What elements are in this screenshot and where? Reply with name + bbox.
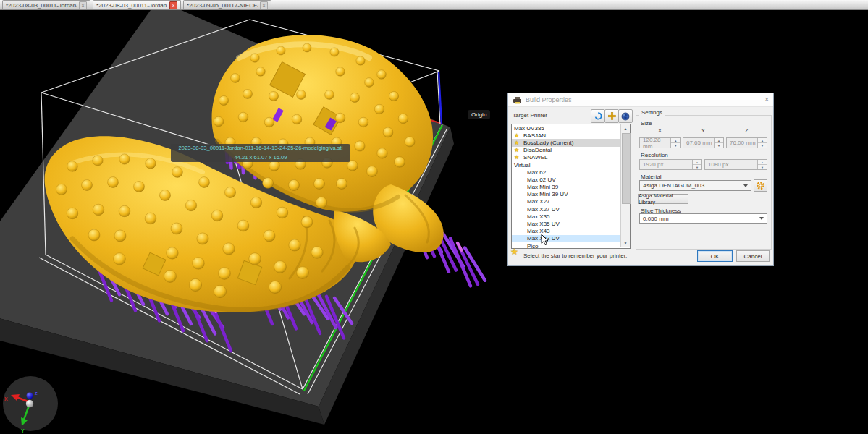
model-bump <box>231 74 240 83</box>
model-bump <box>383 127 393 137</box>
printer-list-item[interactable]: Max X27 UV <box>512 205 630 213</box>
model-bump <box>377 70 387 80</box>
model-bump <box>367 166 378 177</box>
printer-list-item[interactable]: Max X35 UV <box>512 220 630 227</box>
printer-list-item[interactable]: Max X35 <box>512 213 630 220</box>
model-bump <box>189 278 201 291</box>
model-bump <box>185 200 196 210</box>
printer-hint-text: Select the star to remember your printer… <box>523 252 627 259</box>
size-label: Size <box>641 120 652 127</box>
dialog-close-icon[interactable]: × <box>764 96 769 103</box>
printer-list-item[interactable]: Max Mini 39 UV <box>512 191 630 198</box>
scroll-down-icon[interactable]: ▼ <box>621 239 630 247</box>
printer-list-item[interactable]: Max X43 <box>512 228 630 235</box>
printer-list-item[interactable]: Max X43 UV <box>512 235 630 242</box>
model-bump <box>224 187 235 197</box>
printer-list-item[interactable]: Max Mini 39 <box>512 184 630 191</box>
model-bump <box>292 114 302 124</box>
model-bump <box>347 161 358 171</box>
printer-list-item[interactable]: Max X27 <box>512 198 630 205</box>
spin-down-icon: ▼ <box>758 142 767 148</box>
material-library-button[interactable]: Asiga Material Library <box>638 194 688 204</box>
printer-list-item[interactable]: Max 62 <box>512 169 630 176</box>
model-bump <box>350 93 359 102</box>
model-bump <box>249 253 261 265</box>
resolution-y-spinner: 1080 px ▲▼ <box>704 159 767 170</box>
tab-document-3[interactable]: *2023-09-05_00117-NIECE-... × <box>183 0 271 9</box>
target-printer-label: Target Printer <box>513 112 547 119</box>
model-bump <box>277 46 285 55</box>
model-bump <box>264 117 274 127</box>
slice-thickness-dropdown[interactable]: 0.050 mm <box>639 213 767 224</box>
star-icon[interactable]: ★ <box>514 132 523 139</box>
gizmo-z-label: Z <box>35 391 38 396</box>
model-bump <box>219 268 231 280</box>
material-settings-button[interactable] <box>754 179 767 192</box>
star-icon[interactable]: ★ <box>514 154 523 161</box>
printer-list-item[interactable]: Pico <box>512 242 630 249</box>
size-x-label: X <box>639 127 681 134</box>
printer-name: BossLady (Current) <box>523 140 573 146</box>
model-bump <box>211 210 223 221</box>
printer-list[interactable]: Max UV385★BASJAN★BossLady (Current)★Disa… <box>511 124 631 249</box>
printer-list-item[interactable]: ★BossLady (Current) <box>512 139 630 146</box>
support-rod-tip <box>458 243 462 250</box>
tab-document-2[interactable]: *2023-08-03_00011-Jordan-... × <box>93 0 181 9</box>
printer-name: Max X35 <box>527 213 550 220</box>
star-icon[interactable]: ★ <box>514 147 523 153</box>
dialog-title-bar[interactable]: Build Properties × <box>508 93 773 107</box>
orientation-gizmo[interactable]: X Y Z <box>1 373 62 433</box>
model-dimensions: 44.21 x 61.07 x 16.09 <box>171 153 350 163</box>
printer-list-item[interactable]: Max 62 UV <box>512 176 630 183</box>
size-z-label: Z <box>726 127 767 134</box>
printer-list-item[interactable]: ★SNAWEL <box>512 154 630 161</box>
model-bump <box>277 207 288 218</box>
size-z-spinner: 76.00 mm ▲▼ <box>726 137 767 148</box>
model-bump <box>93 204 104 216</box>
gizmo-y-label: Y <box>21 428 25 433</box>
model-bump <box>114 230 126 242</box>
model-bump <box>336 67 345 77</box>
printer-list-item[interactable]: ★DisaDental <box>512 147 630 154</box>
printer-name: Max Mini 39 <box>527 184 558 190</box>
model-bump <box>256 67 266 77</box>
model-bump <box>214 285 226 297</box>
model-bump <box>214 116 224 127</box>
model-bump <box>243 90 253 99</box>
printer-list-item[interactable]: ★BASJAN <box>512 132 630 139</box>
scrollbar-thumb[interactable] <box>622 133 631 204</box>
gizmo-x-label: X <box>4 396 8 401</box>
model-bump <box>389 91 398 101</box>
model-bump <box>199 177 210 188</box>
model-bump <box>114 253 126 265</box>
refresh-printers-button[interactable] <box>591 109 605 123</box>
model-bump <box>171 223 182 234</box>
model-bump <box>325 90 334 100</box>
model-bump <box>297 267 309 279</box>
printer-name: Max X27 UV <box>527 206 560 213</box>
spin-down-icon: ▼ <box>671 142 680 148</box>
printer-list-item[interactable]: Max UV385 <box>512 124 630 132</box>
printer-name: Pico <box>527 243 539 249</box>
cancel-button[interactable]: Cancel <box>736 250 770 262</box>
tab-close-icon[interactable]: × <box>260 1 268 9</box>
ok-button[interactable]: OK <box>697 250 733 262</box>
material-dropdown[interactable]: Asiga DENTAGUM_003 <box>639 180 751 191</box>
tab-document-1[interactable]: *2023-08-03_00011-Jordan-... × <box>2 0 90 9</box>
printer-list-scrollbar[interactable]: ▲ ▼ <box>620 124 630 247</box>
scroll-up-icon[interactable]: ▲ <box>621 124 630 132</box>
model-bump <box>264 230 275 242</box>
model-bump <box>297 90 306 100</box>
model-bump <box>263 178 274 189</box>
printer-name: Max Mini 39 UV <box>527 191 568 197</box>
model-bump <box>314 179 325 190</box>
tab-close-icon[interactable]: × <box>169 1 177 9</box>
star-icon[interactable]: ★ <box>514 140 523 146</box>
model-bump <box>289 239 300 251</box>
model-bump <box>303 43 311 52</box>
add-printer-button[interactable] <box>604 109 619 123</box>
network-printer-button[interactable] <box>618 109 633 123</box>
model-bump <box>250 197 261 208</box>
printer-list-item[interactable]: Virtual <box>512 161 630 169</box>
tab-close-icon[interactable]: × <box>79 1 87 9</box>
